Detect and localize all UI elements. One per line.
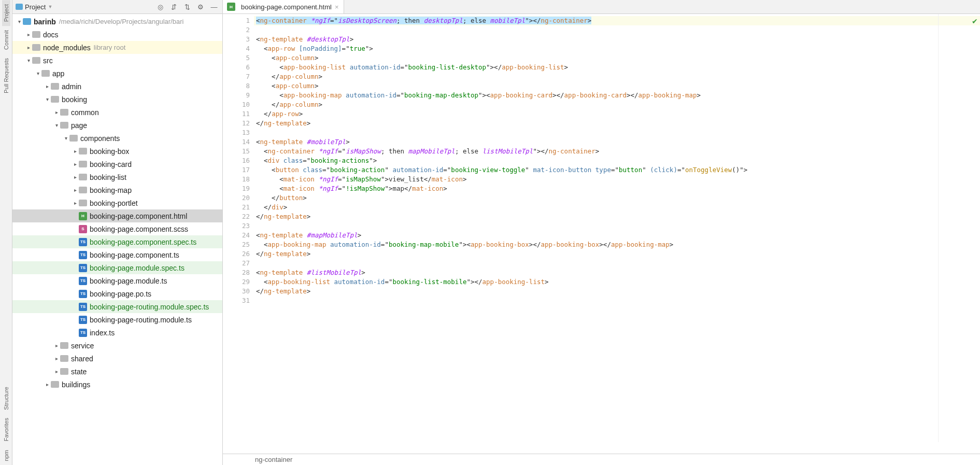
- tree-item[interactable]: ▸booking-box: [12, 145, 222, 158]
- chevron-down-icon: ▼: [48, 4, 52, 9]
- right-margin-guide: [938, 14, 939, 442]
- breadcrumb-bar[interactable]: ng-container: [223, 454, 980, 465]
- tree-file[interactable]: ▸TSbooking-page-routing.module.ts: [12, 313, 222, 326]
- ts-file-icon: TS: [79, 329, 87, 337]
- tree-item[interactable]: ▸service: [12, 339, 222, 352]
- project-panel-title[interactable]: Project ▼: [16, 3, 52, 11]
- rail-project[interactable]: Project: [2, 0, 10, 26]
- folder-icon: [32, 44, 40, 51]
- tree-item[interactable]: ▾src: [12, 54, 222, 67]
- folder-icon: [23, 18, 31, 25]
- ts-file-icon: TS: [79, 251, 87, 259]
- folder-icon: [32, 31, 40, 38]
- project-tree[interactable]: ▾barinb/media/richi/Develop/Projects/ang…: [12, 14, 222, 465]
- tree-file[interactable]: ▸TSindex.ts: [12, 326, 222, 339]
- editor-panel: H booking-page.component.html × 12345678…: [223, 0, 980, 465]
- folder-icon: [16, 4, 23, 10]
- code-area[interactable]: <ng-container *ngIf="isDesktopScreen; th…: [254, 14, 980, 454]
- collapse-all-icon[interactable]: ⇅: [182, 2, 192, 12]
- ts-file-icon: TS: [79, 316, 87, 324]
- inspection-ok-icon[interactable]: ✔: [972, 17, 978, 25]
- rail-favorites[interactable]: Favorites: [2, 414, 10, 445]
- tree-item[interactable]: ▸docs: [12, 28, 222, 41]
- tree-file[interactable]: ▸TSbooking-page-routing.module.spec.ts: [12, 300, 222, 313]
- tree-file[interactable]: ▸Sbooking-page.component.scss: [12, 222, 222, 235]
- html-file-icon: H: [227, 3, 235, 11]
- tree-item[interactable]: ▸booking-map: [12, 184, 222, 196]
- html-file-icon: H: [79, 212, 87, 220]
- project-panel-header: Project ▼ ◎ ⇵ ⇅ ⚙ —: [12, 0, 222, 14]
- tool-window-rail: Project Commit Pull Requests Structure F…: [0, 0, 12, 465]
- tree-item[interactable]: ▸shared: [12, 352, 222, 365]
- locate-icon[interactable]: ◎: [155, 2, 165, 12]
- folder-icon: [51, 96, 59, 103]
- folder-icon: [60, 109, 68, 116]
- ts-file-icon: TS: [79, 277, 87, 285]
- folder-icon: [79, 174, 87, 180]
- ts-file-icon: TS: [79, 303, 87, 311]
- tree-item[interactable]: ▸admin: [12, 80, 222, 93]
- line-number-gutter[interactable]: 1234567891011121314151617181920212223242…: [238, 14, 254, 454]
- rail-commit[interactable]: Commit: [2, 26, 10, 54]
- tree-file[interactable]: ▸TSbooking-page.module.ts: [12, 274, 222, 287]
- hide-icon[interactable]: —: [209, 2, 219, 12]
- tree-item[interactable]: ▸booking-card: [12, 158, 222, 171]
- folder-icon: [79, 161, 87, 167]
- tree-item[interactable]: ▸common: [12, 106, 222, 119]
- tree-item[interactable]: ▾page: [12, 119, 222, 132]
- folder-icon: [79, 200, 87, 206]
- folder-icon: [51, 381, 59, 388]
- rail-pull-requests[interactable]: Pull Requests: [2, 54, 10, 97]
- expand-all-icon[interactable]: ⇵: [168, 2, 179, 12]
- folder-icon: [41, 70, 50, 77]
- breadcrumb-item[interactable]: ng-container: [255, 456, 292, 463]
- tree-item[interactable]: ▸booking-list: [12, 171, 222, 184]
- tab-booking-page[interactable]: H booking-page.component.html ×: [223, 0, 344, 13]
- tree-root[interactable]: ▾barinb/media/richi/Develop/Projects/ang…: [12, 15, 222, 28]
- ts-file-icon: TS: [79, 238, 87, 246]
- tree-item[interactable]: ▸buildings: [12, 378, 222, 391]
- scss-file-icon: S: [79, 225, 87, 233]
- editor-tabs: H booking-page.component.html ×: [223, 0, 980, 14]
- folder-icon: [79, 148, 87, 154]
- tab-label: booking-page.component.html: [241, 3, 332, 11]
- tree-item[interactable]: ▾app: [12, 67, 222, 80]
- folder-icon: [60, 122, 68, 129]
- tree-file[interactable]: ▸TSbooking-page.po.ts: [12, 287, 222, 300]
- tree-item[interactable]: ▾booking: [12, 93, 222, 106]
- tree-file[interactable]: ▸TSbooking-page.module.spec.ts: [12, 261, 222, 274]
- folder-icon: [69, 135, 78, 142]
- ts-file-icon: TS: [79, 290, 87, 298]
- tree-file[interactable]: ▸TSbooking-page.component.ts: [12, 248, 222, 261]
- tree-file[interactable]: ▸Hbooking-page.component.html: [12, 209, 222, 222]
- tree-file[interactable]: ▸TSbooking-page.component.spec.ts: [12, 235, 222, 248]
- project-panel: Project ▼ ◎ ⇵ ⇅ ⚙ — ▾barinb/media/richi/…: [12, 0, 223, 465]
- ts-file-icon: TS: [79, 264, 87, 272]
- tree-item[interactable]: ▸node_moduleslibrary root: [12, 41, 222, 54]
- tree-item[interactable]: ▾components: [12, 132, 222, 145]
- tree-item[interactable]: ▸booking-portlet: [12, 196, 222, 209]
- rail-structure[interactable]: Structure: [2, 383, 10, 414]
- folder-icon: [51, 83, 59, 90]
- tree-item[interactable]: ▸state: [12, 365, 222, 378]
- gear-icon[interactable]: ⚙: [195, 2, 206, 12]
- close-icon[interactable]: ×: [335, 3, 339, 11]
- fold-gutter[interactable]: [223, 14, 238, 454]
- folder-icon: [60, 368, 68, 375]
- folder-icon: [32, 57, 40, 64]
- folder-icon: [60, 342, 68, 349]
- rail-npm[interactable]: npm: [2, 446, 10, 465]
- folder-icon: [79, 187, 87, 193]
- folder-icon: [60, 355, 68, 362]
- editor-body: 1234567891011121314151617181920212223242…: [223, 14, 980, 454]
